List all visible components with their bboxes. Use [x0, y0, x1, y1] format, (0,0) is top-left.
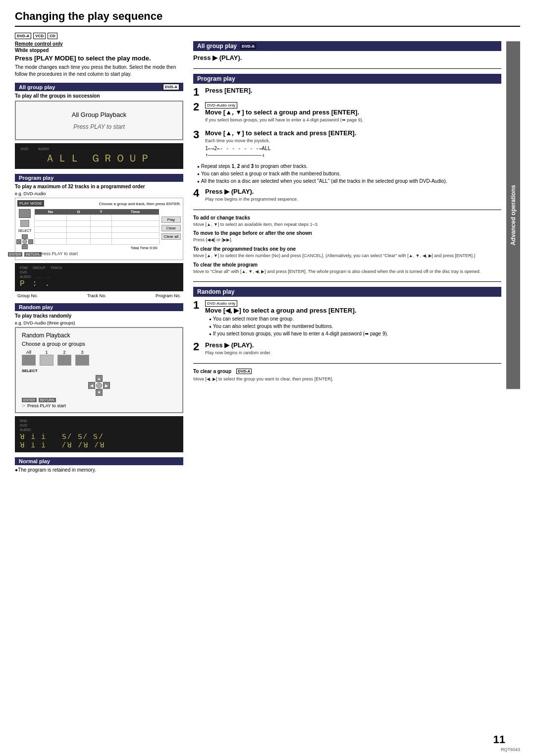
playback-subtitle: Press PLAY to start: [73, 123, 125, 130]
step-3-title: Move [▲, ▼] to select a track and press …: [205, 129, 501, 137]
joystick-up[interactable]: ▲: [96, 375, 103, 382]
random-box-subtitle: Choose a group or groups: [22, 341, 176, 347]
to-play-32-tracks: To play a maximum of 32 tracks in a prog…: [15, 184, 183, 189]
random-bullet-1: You can select more than one group.: [205, 315, 501, 323]
page-title: Changing the play sequence: [15, 10, 520, 27]
right-column: All group play DVD-A Press ▶ (PLAY). Pro…: [193, 41, 520, 478]
random-bullet-3: If you select bonus groups, you will hav…: [205, 330, 501, 337]
step-4-title: Press ▶ (PLAY).: [205, 188, 501, 195]
clear-one-text: Move [▲, ▼] to select the item number (N…: [193, 253, 501, 259]
step-3-num: 3: [193, 129, 201, 140]
dvd-audio-only-badge-random: DVD-Audio only: [205, 300, 237, 307]
badge-cd: CD: [48, 33, 57, 39]
program-table: NoGTTime: [34, 209, 160, 245]
all-group-press-play: Press ▶ (PLAY).: [193, 54, 501, 61]
clear-whole-text: Move to "Clear all" with [▲, ▼, ◀, ▶] an…: [193, 269, 501, 275]
random-press-play-note: ☞ Press PLAY to start: [22, 403, 176, 408]
program-press-play-note: ☞ Press PLAY to start: [34, 251, 160, 256]
rnd-label: RND: [20, 419, 27, 423]
group-all: All: [22, 350, 36, 366]
program-bullet-3: All the tracks on a disc are selected wh…: [193, 177, 501, 185]
step-3-desc: Each time you move the joystick,: [205, 138, 501, 144]
clear-button[interactable]: Clear: [161, 225, 181, 231]
move-page-text: Press [◀◀] or [▶▶].: [193, 237, 501, 243]
all-group-section-right: All group play DVD-A Press ▶ (PLAY).: [193, 41, 501, 61]
add-change-tracks-heading: To add or change tracks: [193, 215, 501, 220]
normal-note: ●The program is retained in memory.: [15, 467, 183, 473]
to-play-randomly: To play tracks randomly: [15, 313, 183, 319]
dvd-audio-only-badge: DVD-Audio only: [205, 102, 237, 108]
group-label: GROUP: [33, 266, 46, 270]
total-time-row: Total Time 0:00: [34, 245, 160, 251]
program-mode-box: PLAY MODE Choose a group and track, then…: [15, 198, 183, 260]
random-box-title: Random Playback: [22, 332, 176, 339]
all-group-section-left: All group play DVD-A To play all the gro…: [15, 83, 183, 169]
random-return-btn[interactable]: RETURN: [39, 398, 56, 402]
program-header-left: Program play: [15, 174, 183, 182]
group-3: 3: [75, 350, 89, 366]
clear-whole-heading: To clear the whole program: [193, 262, 501, 268]
dvd-label2: DVD: [20, 270, 27, 274]
random-display: RND DVD AUDIO ꓤ i i ꓢ/ ꓢ/ ꓢ/ ꓤ i i /ꓤ /ꓤ…: [15, 416, 183, 452]
step-2-desc: If you select bonus groups, you will hav…: [205, 117, 501, 123]
program-header-right: Program play: [193, 74, 501, 84]
eg-dvd-audio: e.g. DVD-Audio: [15, 191, 183, 196]
all-group-header-left: All group play DVD-A: [15, 83, 183, 91]
random-playback-box: Random Playback Choose a group or groups…: [15, 327, 183, 413]
random-header-right: Random play: [193, 287, 501, 297]
step-1-title: Press [ENTER].: [205, 87, 501, 94]
audio-label2: AUDIO: [20, 275, 31, 278]
joystick-center[interactable]: [96, 382, 102, 388]
track-label: TRACK: [51, 266, 62, 270]
badge-vcd: VCD: [33, 33, 46, 39]
group-track-labels: Group No. Track No. Program No.: [15, 293, 183, 298]
clear-all-button[interactable]: Clear all: [161, 233, 181, 240]
random-enter-btn[interactable]: ENTER: [22, 398, 37, 402]
joystick-down[interactable]: ▼: [96, 389, 103, 396]
clear-group-heading-row: To clear a group DVD-A: [193, 369, 501, 374]
clear-group-dvda-badge: DVD-A: [236, 369, 252, 374]
all-group-display: DVD AUDIO ＡＬＬ ＧＲＯＵＰ: [15, 143, 183, 169]
group-2: 2: [57, 350, 71, 366]
random-step-2: 2 Press ▶ (PLAY). Play now begins in ran…: [193, 341, 501, 358]
enter-btn[interactable]: ENTER: [8, 252, 23, 257]
to-play-all-groups: To play all the groups in succession: [15, 93, 183, 99]
program-display-text: P : .: [20, 279, 178, 288]
step-1-num: 1: [193, 87, 201, 98]
advanced-ops-tab: Advanced operations: [506, 41, 520, 389]
step-2-title: Move [▲, ▼] to select a group and press …: [205, 108, 501, 116]
program-step-2: 2 DVD-Audio only Move [▲, ▼] to select a…: [193, 102, 501, 125]
move-page-heading: To move to the page before or after the …: [193, 230, 501, 236]
random-step-1-num: 1: [193, 300, 201, 311]
random-step-1: 1 DVD-Audio only Move [◀, ▶] to select a…: [193, 300, 501, 337]
program-step-4: 4 Press ▶ (PLAY). Play now begins in the…: [193, 188, 501, 205]
play-button[interactable]: Play: [161, 216, 181, 223]
random-header-left: Random play: [15, 303, 183, 311]
eg-dvd-audio-random: e.g. DVD-Audio (three groups): [15, 321, 183, 325]
page-number: 11: [493, 733, 505, 746]
playback-title: All Group Playback: [72, 111, 127, 118]
joystick-left[interactable]: ◀: [88, 382, 95, 389]
add-change-tracks-text: Move [▲, ▼] to select an available item,…: [193, 221, 501, 228]
clear-one-heading: To clear the programmed tracks one by on…: [193, 246, 501, 252]
random-step-2-title: Press ▶ (PLAY).: [205, 341, 501, 349]
press-play-mode-desc: The mode changes each time you press the…: [15, 64, 183, 78]
all-group-header-right: All group play DVD-A: [193, 41, 501, 51]
right-main-content: All group play DVD-A Press ▶ (PLAY). Pro…: [193, 41, 506, 389]
step-4-num: 4: [193, 188, 201, 199]
clear-group-text: Move [◀, ▶] to select the group you want…: [193, 376, 501, 382]
random-section-left: Random play To play tracks randomly e.g.…: [15, 303, 183, 452]
normal-header: Normal play: [15, 457, 183, 465]
program-section-left: Program play To play a maximum of 32 tra…: [15, 174, 183, 298]
play-mode-header: PLAY MODE Choose a group and track, then…: [17, 200, 181, 208]
joystick-right[interactable]: ▶: [103, 382, 110, 389]
dvd-label3: DVD: [20, 424, 27, 427]
random-step-2-desc: Play now begins in random order.: [205, 350, 501, 356]
program-bullet-2: You can also select a group or track wit…: [193, 170, 501, 177]
joystick-area: ▲ ◀ ▶ ▼: [22, 375, 176, 396]
random-enter-return: ENTER RETURN: [22, 398, 176, 402]
program-buttons: Play Clear Clear all: [161, 209, 181, 258]
badge-dvda: DVD-A: [15, 33, 31, 39]
program-bullet-1: Repeat steps 1, 2 and 3 to program other…: [193, 162, 501, 170]
normal-section-left: Normal play ●The program is retained in …: [15, 457, 183, 473]
